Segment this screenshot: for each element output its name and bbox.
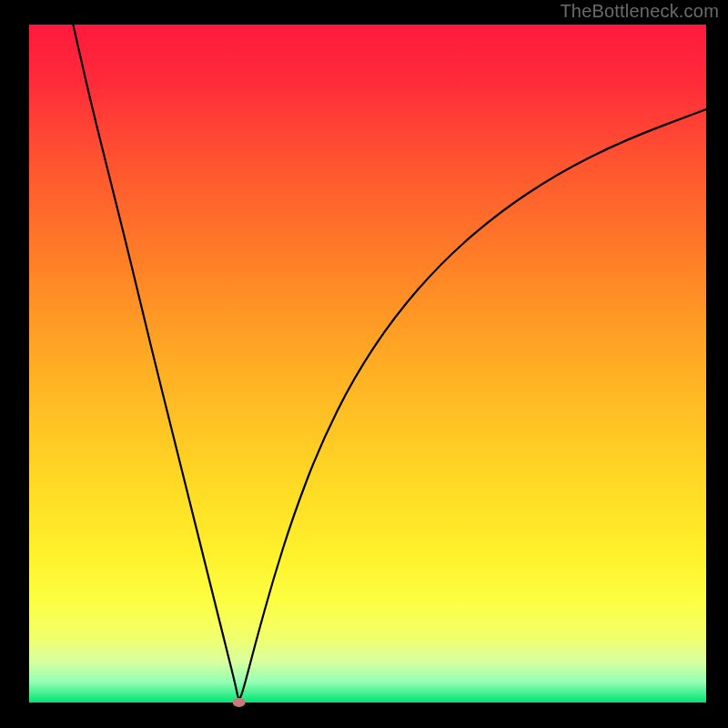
chart-frame: TheBottleneck.com bbox=[0, 0, 728, 728]
minimum-marker bbox=[233, 698, 246, 707]
watermark-text: TheBottleneck.com bbox=[560, 1, 719, 22]
plot-background bbox=[29, 25, 706, 703]
chart-svg bbox=[0, 0, 728, 728]
